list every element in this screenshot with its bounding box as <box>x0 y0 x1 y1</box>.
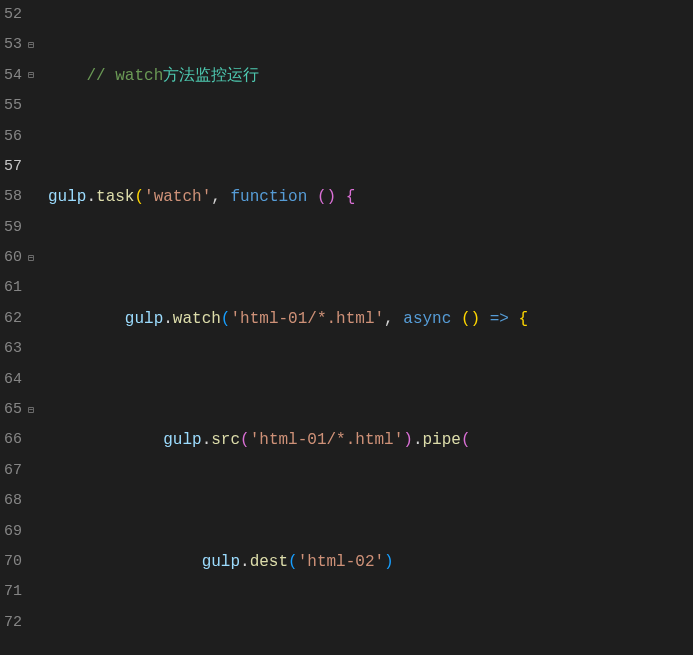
line-number-gutter: 52 53⊟ 54⊟ 55 56 57 58 59 60⊟ 61 62 63 6… <box>0 0 44 655</box>
code-line[interactable]: gulp.src('html-01/*.html').pipe( <box>48 425 586 455</box>
code-line[interactable]: // watch方法监控运行 <box>48 61 586 91</box>
fold-icon[interactable]: ⊟ <box>26 66 36 85</box>
code-editor[interactable]: 52 53⊟ 54⊟ 55 56 57 58 59 60⊟ 61 62 63 6… <box>0 0 693 655</box>
line-number: 65 <box>4 396 22 425</box>
line-number: 57 <box>4 153 22 182</box>
line-number: 70 <box>4 548 22 577</box>
fold-icon[interactable]: ⊟ <box>26 36 36 55</box>
line-number: 56 <box>4 123 22 152</box>
code-line[interactable]: gulp.dest('html-02') <box>48 547 586 577</box>
line-number: 53 <box>4 31 22 60</box>
line-number: 55 <box>4 92 22 121</box>
comment-text: 方法监控运行 <box>163 61 259 91</box>
line-number: 68 <box>4 487 22 516</box>
line-number: 59 <box>4 214 22 243</box>
code-line[interactable]: gulp.watch('html-01/*.html', async () =>… <box>48 304 586 334</box>
line-number: 60 <box>4 244 22 273</box>
line-number: 58 <box>4 183 22 212</box>
line-number: 62 <box>4 305 22 334</box>
line-number: 66 <box>4 426 22 455</box>
line-number: 52 <box>4 1 22 30</box>
line-number: 72 <box>4 609 22 638</box>
fold-icon[interactable]: ⊟ <box>26 401 36 420</box>
line-number: 69 <box>4 518 22 547</box>
line-number: 61 <box>4 274 22 303</box>
line-number: 67 <box>4 457 22 486</box>
fold-icon[interactable]: ⊟ <box>26 249 36 268</box>
line-number: 71 <box>4 578 22 607</box>
line-number: 54 <box>4 62 22 91</box>
code-line[interactable]: gulp.task('watch', function () { <box>48 182 586 212</box>
code-area[interactable]: // watch方法监控运行 gulp.task('watch', functi… <box>44 0 586 655</box>
line-number: 64 <box>4 366 22 395</box>
comment-text: // watch <box>86 61 163 91</box>
line-number: 63 <box>4 335 22 364</box>
